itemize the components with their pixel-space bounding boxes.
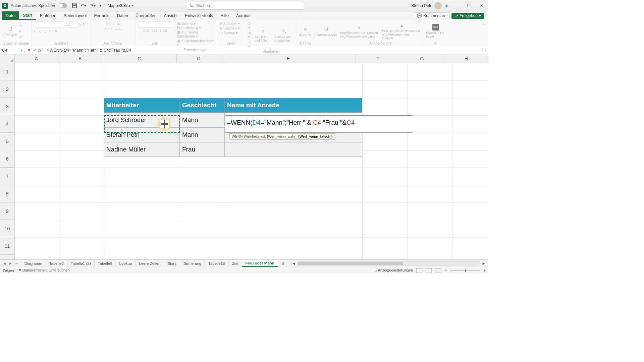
column-header[interactable]: B (58, 54, 103, 63)
sheet-tab[interactable]: Stars (164, 260, 180, 267)
sheet-tab[interactable]: Tabelle1 (2) (67, 260, 95, 267)
cells-insert-button[interactable]: ⊞ Einfügen ▾ (219, 21, 240, 25)
tab-data[interactable]: Daten (113, 11, 132, 20)
save-icon[interactable]: 💾 (72, 3, 77, 8)
font-family-select[interactable] (34, 21, 64, 27)
data-analysis-button[interactable]: 📊Datenanalyse (317, 25, 336, 37)
tab-acrobat[interactable]: Acrobat (232, 11, 254, 20)
row-headers[interactable]: 1234567891011 (0, 63, 15, 259)
column-header[interactable]: A (15, 54, 58, 63)
cell-styles-button[interactable]: ▦ Zellenformatvorlagen ▾ (177, 39, 215, 47)
tab-review[interactable]: Überprüfen (132, 11, 160, 20)
sheet-tab[interactable]: Tabelle6 (46, 260, 67, 267)
row-header[interactable]: 10 (0, 220, 14, 237)
collapse-ribbon-icon[interactable]: ⌄ (480, 20, 487, 46)
page-layout-view-icon[interactable] (426, 268, 432, 273)
zoom-out-icon[interactable]: − (444, 268, 446, 273)
tab-start[interactable]: Start (19, 11, 36, 20)
zoom-in-icon[interactable]: + (484, 268, 486, 273)
display-settings-button[interactable]: ▭ Anzeigeeinstellungen (374, 268, 413, 273)
table-cell[interactable]: Mann (180, 127, 225, 142)
sheet-more-icon[interactable]: ⋯ (14, 261, 18, 266)
paste-button[interactable]: 📋Einfügen (3, 25, 17, 37)
horizontal-scrollbar[interactable]: :◄► (288, 261, 488, 265)
row-header[interactable]: 9 (0, 202, 14, 220)
tab-file[interactable]: Datei (2, 11, 19, 20)
zoom-slider[interactable] (450, 270, 480, 271)
column-header[interactable]: H (444, 54, 488, 63)
sheet-prev-icon[interactable]: ◄ (3, 261, 6, 265)
font-size-input[interactable] (66, 21, 77, 27)
undo-icon[interactable]: ↶▾ (80, 3, 87, 8)
cells-delete-button[interactable]: ⊟ Löschen ▾ (219, 26, 240, 30)
sheet-tab[interactable]: Tabelle13 (205, 260, 228, 267)
select-all-corner[interactable] (0, 54, 15, 63)
tab-view[interactable]: Ansicht (160, 11, 181, 20)
toggle-icon[interactable] (58, 3, 67, 8)
sheet-tab[interactable]: Sortierung (180, 260, 205, 267)
add-sheet-button[interactable]: ⊕ (278, 261, 288, 266)
tab-help[interactable]: Hilfe (217, 11, 232, 20)
row-header[interactable]: 11 (0, 237, 14, 255)
maximize-button[interactable]: ☐ (464, 3, 474, 8)
minimize-button[interactable]: — (451, 3, 461, 8)
pdf-outlook-button[interactable]: ▲Erstellen von PDF-Dateien und Freigeben… (382, 22, 422, 40)
active-formula-cell[interactable]: =WENN(D4="Mann";"Herr " & C4;"Frau "&C4 (225, 115, 413, 133)
column-header[interactable]: D (177, 54, 221, 63)
cancel-icon[interactable]: ✕ (28, 48, 31, 53)
comments-button[interactable]: 💬 Kommentare (414, 12, 449, 19)
addins-button[interactable]: ▦Add-Ins (299, 25, 312, 37)
confirm-icon[interactable]: ✓ (33, 48, 36, 53)
sheet-tab[interactable]: Zeit (228, 260, 242, 267)
user-menu[interactable]: Stefan Petri (411, 2, 442, 9)
format-painter-icon[interactable]: 🖌 (19, 35, 23, 39)
qat-more-icon[interactable]: ▾ (99, 3, 102, 8)
number-format-select[interactable] (139, 21, 172, 27)
row-header[interactable]: 5 (0, 133, 14, 150)
row-header[interactable]: 4 (0, 115, 14, 133)
pdf-link-button[interactable]: ▲Erstellen von PDF-Dateien und Freigeben… (340, 24, 378, 38)
row-header[interactable]: 7 (0, 168, 14, 185)
column-header[interactable]: C (102, 54, 177, 63)
row-header[interactable]: 1 (0, 63, 14, 80)
sheet-tab[interactable]: Tabelle8 (95, 260, 116, 267)
cells-format-button[interactable]: ▢ Format ▾ (219, 31, 238, 35)
tab-layout[interactable]: Seitenlayout (60, 11, 91, 20)
cut-icon[interactable]: ✂ (19, 23, 23, 28)
fx-icon[interactable]: fx (38, 48, 41, 53)
tab-formulas[interactable]: Formeln (91, 11, 113, 20)
page-break-view-icon[interactable] (435, 268, 441, 273)
expand-formula-icon[interactable]: ⌄ (482, 48, 488, 52)
chevron-down-icon[interactable]: ▾ (21, 49, 22, 52)
name-box[interactable]: C4 ▾ (0, 48, 25, 53)
chatgpt-button[interactable]: GPTChatGPT for Excel (426, 24, 445, 38)
table-cell[interactable]: Frau (180, 142, 225, 157)
share-button[interactable]: ↗ Freigeben ▾ (451, 13, 484, 19)
format-as-table-button[interactable]: ▦ Als Tabelle formatieren ▾ (177, 30, 215, 38)
table-cell[interactable] (225, 142, 362, 157)
column-header[interactable]: F (356, 54, 400, 63)
redo-icon[interactable]: ↷▾ (90, 3, 96, 8)
find-select-button[interactable]: 🔍Suchen und Auswählen (274, 28, 294, 42)
row-header[interactable]: 8 (0, 185, 14, 202)
sheet-tab[interactable]: Diagramm (21, 260, 46, 267)
autosave-toggle[interactable]: Automatisches Speichern (11, 3, 67, 8)
table-cell[interactable]: Nadine Müller (104, 142, 180, 157)
tab-devtools[interactable]: Entwicklertools (181, 11, 217, 20)
normal-view-icon[interactable] (416, 268, 422, 273)
row-header[interactable]: 2 (0, 80, 14, 98)
close-button[interactable]: ✕ (477, 3, 486, 8)
row-header[interactable]: 6 (0, 150, 14, 168)
tab-insert[interactable]: Einfügen (36, 11, 60, 20)
sheet-tab[interactable]: Frau oder Mann (242, 260, 278, 267)
column-header[interactable]: E (221, 54, 356, 63)
filename[interactable]: Mappe3.xlsx ▾ (108, 3, 133, 8)
sheet-next-icon[interactable]: ► (8, 261, 12, 265)
row-header[interactable]: 3 (0, 98, 14, 115)
copy-icon[interactable]: ⎘ (19, 29, 23, 33)
column-headers[interactable]: ABCDEFGH (15, 54, 488, 63)
table-cell[interactable]: Stefan Petri (104, 127, 180, 142)
column-header[interactable]: G (400, 54, 444, 63)
sheet-tab[interactable]: Lookup (116, 260, 136, 267)
conditional-format-button[interactable]: ▦ Bedingte Formatierung ▾ (177, 21, 215, 29)
